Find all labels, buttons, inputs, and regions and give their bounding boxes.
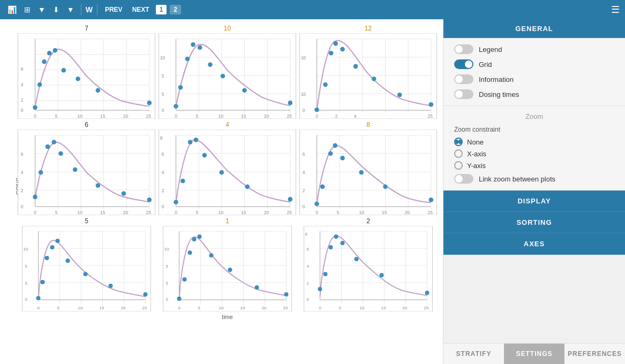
- grid-label: Grid: [479, 60, 492, 69]
- link-zoom-toggle[interactable]: [454, 174, 473, 184]
- svg-text:2: 2: [162, 188, 164, 193]
- svg-point-236: [188, 251, 192, 255]
- grid-row: Grid: [454, 59, 614, 69]
- bottom-tabs: STRATIFY SETTINGS PREFERENCES: [443, 343, 625, 364]
- svg-text:8: 8: [160, 135, 163, 141]
- plot-container-1[interactable]: 0 5 5 10 0 5 10 15 20 25: [158, 226, 297, 312]
- svg-text:10: 10: [160, 55, 165, 60]
- svg-text:5: 5: [162, 73, 164, 79]
- axes-button[interactable]: AXES: [443, 233, 625, 255]
- svg-point-143: [202, 153, 207, 158]
- tab-preferences[interactable]: PREFERENCES: [564, 344, 625, 364]
- svg-point-53: [242, 88, 247, 93]
- plot-title-7: 7: [85, 25, 88, 32]
- svg-text:10: 10: [301, 55, 306, 60]
- svg-text:15: 15: [381, 306, 386, 310]
- plot-title-6: 6: [85, 121, 88, 128]
- svg-point-85: [397, 93, 402, 97]
- svg-text:6: 6: [307, 247, 310, 252]
- svg-point-79: [323, 82, 328, 87]
- zoom-none-radio[interactable]: [454, 138, 463, 146]
- grid-icon[interactable]: ⊞: [22, 4, 33, 15]
- svg-text:4: 4: [21, 82, 24, 87]
- svg-point-112: [73, 167, 78, 172]
- svg-text:0: 0: [303, 204, 305, 209]
- plot-container-2[interactable]: 0 2 4 6 8 0 5 10 15 20 25: [299, 226, 438, 312]
- divider: [81, 4, 81, 15]
- svg-text:0: 0: [315, 113, 318, 119]
- zoom-yaxis-radio[interactable]: [454, 161, 463, 170]
- svg-point-239: [209, 253, 214, 257]
- svg-text:10: 10: [24, 247, 28, 252]
- chevron-down-icon[interactable]: ▼: [36, 4, 48, 15]
- download-icon[interactable]: ⬇: [51, 4, 62, 15]
- plot-container-5[interactable]: 0 5 5 10 0 5 10 15 20 25: [17, 226, 156, 312]
- svg-text:6: 6: [162, 151, 164, 157]
- svg-point-115: [147, 198, 152, 202]
- svg-point-242: [284, 292, 289, 297]
- svg-text:5: 5: [196, 210, 199, 215]
- svg-text:20: 20: [123, 210, 129, 215]
- chart-icon[interactable]: 📊: [5, 4, 19, 15]
- information-toggle[interactable]: [454, 74, 473, 84]
- plot-title-2: 2: [366, 217, 370, 225]
- svg-point-108: [39, 170, 43, 175]
- svg-text:6: 6: [21, 151, 24, 157]
- plot-container-8[interactable]: 0 2 4 6 0 5 10 15 20 25: [299, 130, 438, 215]
- zoom-xaxis-row: X-axis: [454, 149, 614, 158]
- svg-point-54: [288, 101, 293, 105]
- svg-text:0: 0: [21, 108, 24, 113]
- svg-point-273: [425, 291, 430, 295]
- svg-point-46: [174, 104, 178, 109]
- svg-text:2: 2: [303, 188, 305, 193]
- svg-text:0: 0: [162, 108, 164, 113]
- sorting-button[interactable]: SORTING: [443, 212, 625, 233]
- prev-button[interactable]: PREV: [102, 5, 126, 14]
- display-button[interactable]: DISPLAY: [443, 191, 625, 212]
- legend-toggle[interactable]: [454, 44, 473, 54]
- grid-toggle[interactable]: [454, 59, 473, 69]
- plots-grid: 7: [17, 25, 438, 312]
- page1-btn[interactable]: 1: [156, 5, 167, 14]
- legend-row: Legend: [454, 44, 614, 54]
- plot-10: 10: [158, 25, 297, 119]
- page2-btn[interactable]: 2: [170, 5, 181, 14]
- chevron-down-icon2[interactable]: ▼: [65, 4, 77, 15]
- svg-point-52: [221, 74, 225, 79]
- svg-text:20: 20: [123, 113, 129, 119]
- word-icon[interactable]: W: [86, 5, 93, 14]
- svg-text:0: 0: [315, 210, 318, 215]
- svg-point-19: [62, 68, 66, 73]
- svg-point-107: [33, 195, 37, 200]
- hamburger-menu[interactable]: ☰: [611, 4, 620, 16]
- plot-container-6[interactable]: 0 2 4 6 0 5 10 15 20 25: [17, 130, 156, 215]
- tab-stratify[interactable]: STRATIFY: [443, 344, 504, 364]
- information-label: Information: [479, 75, 514, 84]
- main-area: CONC 7: [0, 19, 625, 364]
- svg-text:5: 5: [25, 281, 28, 286]
- plot-container-12[interactable]: 0 10 10 0 2 4 25: [299, 33, 438, 119]
- svg-text:2: 2: [21, 188, 24, 193]
- zoom-none-label: None: [467, 138, 484, 146]
- svg-point-271: [355, 257, 359, 261]
- dosing-times-toggle[interactable]: [454, 89, 473, 99]
- svg-point-139: [174, 200, 178, 204]
- svg-point-145: [245, 184, 250, 189]
- svg-text:10: 10: [77, 113, 82, 119]
- svg-text:25: 25: [146, 113, 151, 119]
- svg-text:5: 5: [55, 113, 58, 119]
- tab-settings[interactable]: SETTINGS: [504, 344, 564, 364]
- next-button[interactable]: NEXT: [129, 5, 153, 14]
- zoom-xaxis-radio[interactable]: [454, 149, 463, 158]
- svg-point-140: [180, 179, 185, 184]
- plot-container-7[interactable]: 0 2 4 6 0 5 10 15 20 25: [17, 33, 156, 119]
- svg-point-268: [329, 245, 333, 249]
- svg-text:15: 15: [100, 113, 106, 119]
- svg-text:15: 15: [240, 306, 245, 310]
- plot-container-4[interactable]: 0 2 4 6 8 0 5 10 15 20 25: [158, 130, 297, 215]
- svg-point-206: [56, 239, 60, 243]
- plot-container-10[interactable]: 0 5 5 10 0 5 10 15 20 25: [158, 33, 297, 119]
- svg-text:5: 5: [57, 306, 60, 310]
- toggles-section: Legend Grid Information Dosing times: [443, 38, 625, 106]
- svg-text:15: 15: [241, 210, 246, 215]
